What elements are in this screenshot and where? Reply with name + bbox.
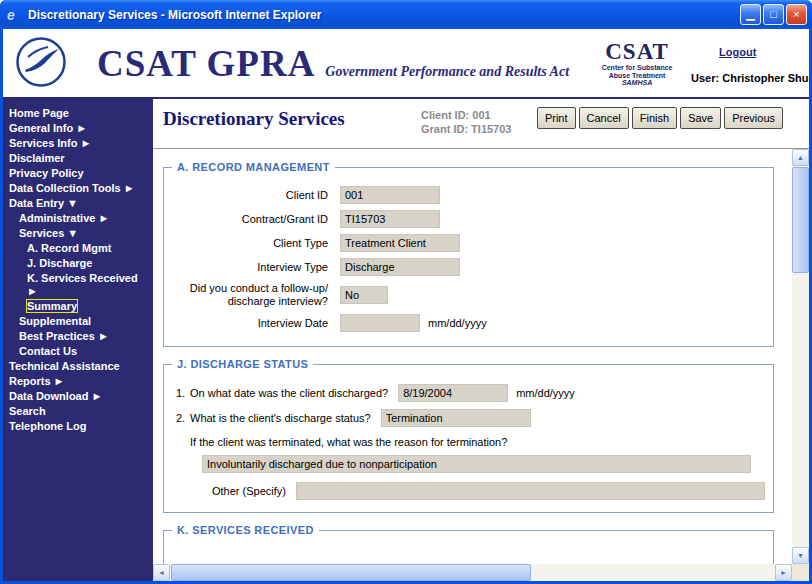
sidebar-item-data-collection-tools[interactable]: Data Collection Tools ► [3, 181, 153, 196]
page-title: Discretionary Services [163, 108, 345, 130]
question-1-number: 1. [176, 387, 190, 399]
client-type-input[interactable] [340, 234, 460, 252]
user-block: Logout User: Christopher Shumway [691, 42, 809, 84]
samhsa-label: SAMHSA [583, 79, 691, 87]
field-row-client-id: Client ID [172, 186, 765, 204]
app-header: CSAT GPRA Government Performance and Res… [3, 29, 809, 99]
question-discharge-status: 2. What is the client's discharge status… [176, 409, 765, 427]
sidebar-item-services-received[interactable]: K. Services Received ► [3, 271, 153, 299]
scrollbar-corner [792, 564, 809, 581]
sidebar-item-home-page[interactable]: Home Page [3, 106, 153, 121]
browser-viewport: CSAT GPRA Government Performance and Res… [3, 29, 809, 581]
csat-logo: CSAT Center for Substance Abuse Treatmen… [583, 39, 691, 87]
action-buttons: Print Cancel Finish Save Previous [537, 107, 783, 129]
csat-logo-line2: Abuse Treatment [583, 72, 691, 80]
form-scroll-area: A. RECORD MANAGEMENT Client ID Contract/… [153, 149, 792, 564]
section-services-received: K. SERVICES RECEIVED [163, 530, 774, 564]
minimize-button[interactable]: ▁ [740, 4, 761, 25]
browser-window: e Discretionary Services - Microsoft Int… [0, 0, 812, 584]
sidebar-item-search[interactable]: Search [3, 404, 153, 419]
question-1-text: On what date was the client discharged? [190, 387, 388, 399]
field-row-contract-grant-id: Contract/Grant ID [172, 210, 765, 228]
scroll-left-icon[interactable]: ◄ [153, 564, 170, 581]
logout-link[interactable]: Logout [719, 46, 756, 58]
discharge-status-input[interactable] [381, 409, 531, 427]
vertical-scrollbar[interactable]: ▲ ▼ [792, 149, 809, 564]
section-discharge-status: J. DISCHARGE STATUS 1. On what date was … [163, 364, 774, 513]
maximize-button[interactable]: □ [763, 4, 784, 25]
termination-reason-input[interactable] [202, 455, 751, 473]
followup-interview-label: Did you conduct a follow-up/ discharge i… [172, 282, 340, 308]
interview-date-label: Interview Date [172, 317, 340, 330]
sidebar-item-services[interactable]: Services ▼ [3, 226, 153, 241]
sidebar-item-administrative[interactable]: Administrative ► [3, 211, 153, 226]
other-specify-input[interactable] [296, 482, 765, 500]
sidebar-item-telephone-log[interactable]: Telephone Log [3, 419, 153, 434]
question-2-text: What is the client's discharge status? [190, 412, 371, 424]
sidebar-item-record-mgmt[interactable]: A. Record Mgmt [3, 241, 153, 256]
cancel-button[interactable]: Cancel [579, 107, 629, 129]
sidebar-item-services-info[interactable]: Services Info ► [3, 136, 153, 151]
sidebar-item-privacy-policy[interactable]: Privacy Policy [3, 166, 153, 181]
sidebar-item-disclaimer[interactable]: Disclaimer [3, 151, 153, 166]
client-id-label: Client ID [172, 189, 340, 202]
field-row-interview-type: Interview Type [172, 258, 765, 276]
client-id-text: Client ID: 001 [421, 108, 511, 122]
titlebar[interactable]: e Discretionary Services - Microsoft Int… [0, 0, 812, 29]
scroll-right-icon[interactable]: ► [775, 564, 792, 581]
vertical-scrollbar-thumb[interactable] [792, 167, 809, 273]
section-record-management: A. RECORD MANAGEMENT Client ID Contract/… [163, 167, 774, 347]
termination-reason-prompt: If the client was terminated, what was t… [190, 436, 765, 448]
save-button[interactable]: Save [680, 107, 721, 129]
scroll-down-icon[interactable]: ▼ [792, 547, 809, 564]
logged-in-user: User: Christopher Shumway [691, 72, 809, 84]
sidebar-item-reports[interactable]: Reports ► [3, 374, 153, 389]
interview-date-input[interactable] [340, 314, 420, 332]
contract-grant-id-input[interactable] [340, 210, 440, 228]
section-discharge-status-legend: J. DISCHARGE STATUS [172, 358, 313, 370]
other-specify-label: Other (Specify) [212, 485, 286, 497]
followup-interview-input[interactable] [340, 286, 388, 304]
section-services-received-legend: K. SERVICES RECEIVED [172, 524, 319, 536]
client-type-label: Client Type [172, 237, 340, 250]
internet-explorer-icon: e [7, 7, 23, 23]
print-button[interactable]: Print [537, 107, 576, 129]
sidebar-item-data-entry[interactable]: Data Entry ▼ [3, 196, 153, 211]
content-body: A. RECORD MANAGEMENT Client ID Contract/… [153, 149, 809, 581]
sidebar-item-data-download[interactable]: Data Download ► [3, 389, 153, 404]
sidebar-item-technical-assistance[interactable]: Technical Assistance [3, 359, 153, 374]
hhs-logo [15, 36, 67, 92]
brand-subtitle: Government Performance and Results Act [325, 64, 569, 80]
window-controls: ▁ □ × [740, 4, 807, 25]
csat-logo-line1: Center for Substance [583, 64, 691, 72]
client-grant-ids: Client ID: 001 Grant ID: TI15703 [421, 108, 511, 136]
sidebar-item-discharge[interactable]: J. Discharge [3, 256, 153, 271]
client-id-input[interactable] [340, 186, 440, 204]
finish-button[interactable]: Finish [632, 107, 677, 129]
field-row-interview-date: Interview Date mm/dd/yyyy [172, 314, 765, 332]
sidebar-item-supplemental[interactable]: Supplemental [3, 314, 153, 329]
brand-title: CSAT GPRA [97, 45, 315, 82]
interview-type-label: Interview Type [172, 261, 340, 274]
grant-id-text: Grant ID: TI15703 [421, 122, 511, 136]
scroll-up-icon[interactable]: ▲ [792, 149, 809, 166]
horizontal-scrollbar-thumb[interactable] [171, 564, 531, 581]
brand: CSAT GPRA Government Performance and Res… [97, 45, 569, 82]
sidebar-nav: Home Page General Info ► Services Info ►… [3, 99, 153, 581]
sidebar-item-contact-us[interactable]: Contact Us [3, 344, 153, 359]
content-header: Discretionary Services Client ID: 001 Gr… [153, 99, 809, 149]
main-row: Home Page General Info ► Services Info ►… [3, 99, 809, 581]
discharge-date-input[interactable] [398, 384, 508, 402]
interview-type-input[interactable] [340, 258, 460, 276]
interview-date-format-hint: mm/dd/yyyy [428, 317, 487, 329]
csat-logo-name: CSAT [583, 39, 691, 64]
previous-button[interactable]: Previous [724, 107, 783, 129]
other-specify-row: Other (Specify) [212, 482, 765, 500]
sidebar-item-best-practices[interactable]: Best Practices ► [3, 329, 153, 344]
field-row-followup-interview: Did you conduct a follow-up/ discharge i… [172, 282, 765, 308]
sidebar-item-summary[interactable]: Summary [3, 299, 153, 314]
question-2-number: 2. [176, 412, 190, 424]
close-button[interactable]: × [786, 4, 807, 25]
sidebar-item-general-info[interactable]: General Info ► [3, 121, 153, 136]
horizontal-scrollbar[interactable]: ◄ ► [153, 564, 792, 581]
